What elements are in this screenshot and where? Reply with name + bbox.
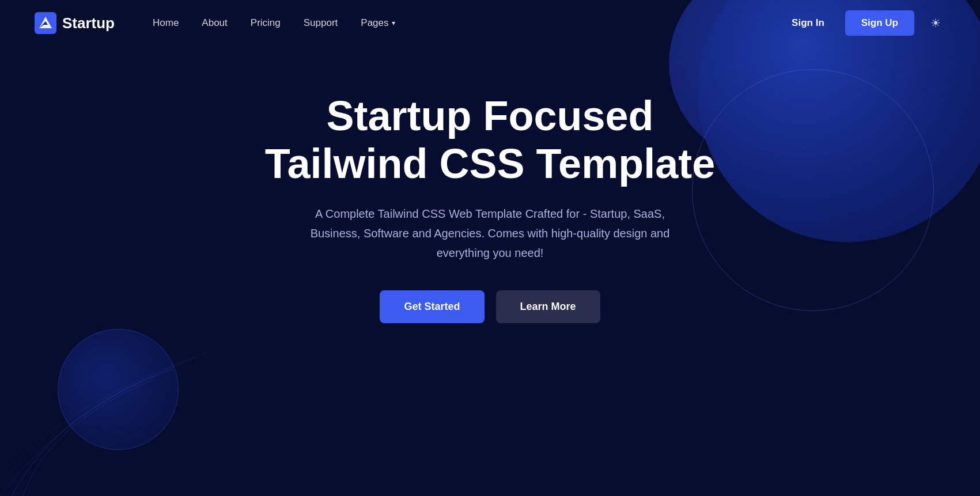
chevron-down-icon: ▾ [392,19,395,27]
hero-title-line1: Startup Focused [326,93,653,139]
nav-link-pages[interactable]: Pages ▾ [351,13,404,33]
signup-button[interactable]: Sign Up [845,10,914,36]
nav-link-about[interactable]: About [192,13,236,33]
nav-left: Startup Home About Pricing Support Pages… [35,12,404,34]
nav-links: Home About Pricing Support Pages ▾ [143,13,404,33]
logo-link[interactable]: Startup [35,12,115,34]
get-started-button[interactable]: Get Started [380,290,484,323]
hero-buttons: Get Started Learn More [380,290,600,323]
hero-title-line2: Tailwind CSS Template [265,141,715,187]
brand-name: Startup [62,14,115,32]
logo-icon [35,12,56,34]
nav-link-pricing[interactable]: Pricing [241,13,290,33]
hero-title: Startup Focused Tailwind CSS Template [265,92,715,188]
nav-link-support[interactable]: Support [294,13,347,33]
hero-subtitle: A Complete Tailwind CSS Web Template Cra… [306,204,675,263]
navbar: Startup Home About Pricing Support Pages… [0,0,980,46]
theme-toggle-button[interactable]: ☀ [926,13,945,33]
bg-circle-bottom-left [58,329,179,450]
hero-section: Startup Focused Tailwind CSS Template A … [0,46,980,346]
learn-more-button[interactable]: Learn More [496,290,600,323]
nav-link-home[interactable]: Home [143,13,188,33]
nav-right: Sign In Sign Up ☀ [782,10,945,36]
signin-button[interactable]: Sign In [782,13,834,33]
pages-label: Pages [361,17,388,29]
bg-arc-lines [0,323,242,496]
